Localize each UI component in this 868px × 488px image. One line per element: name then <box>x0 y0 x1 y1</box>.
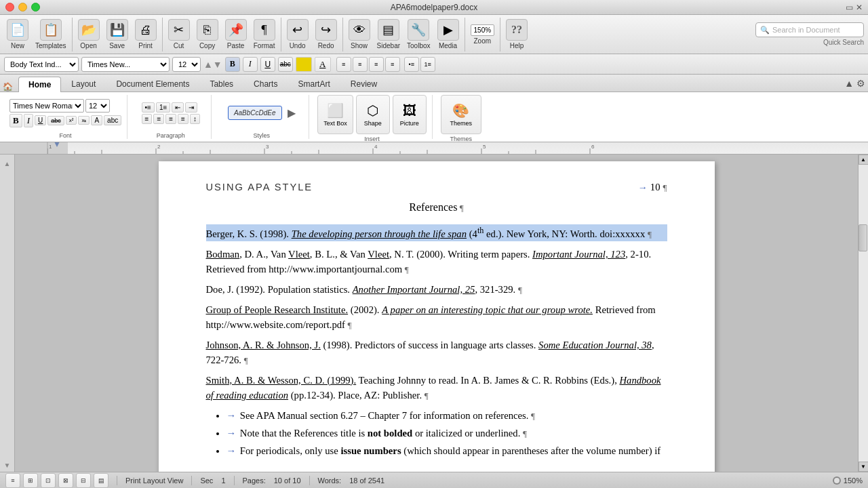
align-left-button[interactable]: ≡ <box>336 57 351 72</box>
reference-smith: Smith, A. B. & Wesson, C. D. (1999). Tea… <box>206 373 667 403</box>
ribbon-underline-button[interactable]: U <box>35 115 46 125</box>
document-area[interactable]: USING APA STYLE → 10 ¶ References ¶ Berg… <box>15 155 858 472</box>
ribbon-styles-section: AaBbCcDdEe ▶ Styles <box>214 95 309 139</box>
emphasis-style-box[interactable]: AaBbCcDdEe <box>228 106 282 120</box>
ribbon-fontsize-selector[interactable]: 12 <box>85 99 110 113</box>
svg-text:2: 2 <box>157 144 161 150</box>
tab-smartart[interactable]: SmartArt <box>288 76 340 92</box>
ribbon-align-right-button[interactable]: ≡ <box>165 114 176 124</box>
italic-button[interactable]: I <box>243 57 258 72</box>
ribbon-superscript-button[interactable]: x² <box>66 116 77 125</box>
tab-home[interactable]: Home <box>18 77 61 92</box>
ribbon-highlight-button[interactable]: abc <box>104 115 121 125</box>
text-box-label: Text Box <box>323 120 347 127</box>
ribbon-indent-increase-button[interactable]: ⇥ <box>185 102 197 113</box>
templates-button[interactable] <box>40 19 62 41</box>
view-btn-3[interactable]: ⊡ <box>41 473 56 488</box>
align-right-button[interactable]: ≡ <box>369 57 384 72</box>
view-btn-2[interactable]: ⊞ <box>23 473 38 488</box>
zoom-indicator[interactable] <box>833 476 841 485</box>
new-button[interactable] <box>7 19 28 41</box>
ribbon-italic-button[interactable]: I <box>24 114 33 127</box>
font-color-button[interactable] <box>296 57 312 72</box>
open-button[interactable] <box>78 19 100 41</box>
scroll-track[interactable] <box>859 165 868 462</box>
tab-review[interactable]: Review <box>340 76 387 92</box>
para-mark-title: ¶ <box>460 203 464 213</box>
left-scroll-up[interactable]: ▲ <box>4 160 11 167</box>
search-bar[interactable]: 🔍 Search in Document <box>755 22 864 37</box>
scroll-thumb[interactable] <box>859 224 867 251</box>
cut-button[interactable] <box>168 19 190 41</box>
maximize-button[interactable] <box>31 3 40 12</box>
ribbon-line-spacing-button[interactable]: ↕ <box>190 114 200 124</box>
sidebar-toggle-button[interactable] <box>378 19 399 41</box>
paragraph-section-label: Paragraph <box>157 131 185 139</box>
format-button[interactable] <box>254 19 275 41</box>
styles-play-button[interactable]: ▶ <box>288 106 296 119</box>
ribbon-font-selector[interactable]: Times New Roman <box>9 99 84 113</box>
view-btn-6[interactable]: ▤ <box>94 473 108 488</box>
ribbon-subscript-button[interactable]: x₂ <box>78 116 90 125</box>
ribbon-justify-button[interactable]: ≡ <box>178 114 189 124</box>
save-label: Save <box>109 42 125 49</box>
show-button[interactable] <box>349 19 370 41</box>
media-button[interactable] <box>437 19 459 41</box>
tab-document-elements[interactable]: Document Elements <box>106 76 199 92</box>
view-btn-4[interactable]: ⊠ <box>58 473 73 488</box>
print-button[interactable] <box>135 19 157 41</box>
scroll-up-button[interactable]: ▲ <box>859 155 869 165</box>
tab-tables[interactable]: Tables <box>199 76 243 92</box>
ribbon-indent-decrease-button[interactable]: ⇤ <box>172 102 184 113</box>
bullet-list-button[interactable]: •≡ <box>404 57 419 72</box>
view-btn-5[interactable]: ⊟ <box>76 473 91 488</box>
alignment-buttons: ≡ ≡ ≡ ≡ <box>336 57 400 72</box>
font-selector[interactable]: Times New... <box>81 57 170 72</box>
ribbon-bold-button[interactable]: B <box>9 114 22 127</box>
ribbon-text-color-button[interactable]: A <box>91 115 102 125</box>
bold-button[interactable]: B <box>225 57 240 72</box>
text-box-button[interactable]: ⬜ Text Box <box>317 95 353 134</box>
zoom-value[interactable]: 150% <box>471 24 495 36</box>
svg-text:1: 1 <box>49 144 52 150</box>
paste-group: Paste <box>222 18 250 51</box>
ribbon-settings-button[interactable]: ⚙ <box>856 78 865 89</box>
tab-layout[interactable]: Layout <box>61 76 106 92</box>
save-button[interactable] <box>106 19 128 41</box>
ribbon-numbering-button[interactable]: 1≡ <box>156 102 170 113</box>
paste-button[interactable] <box>225 19 247 41</box>
minimize-button[interactable] <box>18 3 27 12</box>
align-center-button[interactable]: ≡ <box>353 57 368 72</box>
status-separator-3 <box>234 476 235 485</box>
scroll-down-button[interactable]: ▼ <box>859 462 869 472</box>
ribbon-collapse-button[interactable]: ▲ <box>844 78 854 89</box>
toolbar-separator-2 <box>162 18 163 52</box>
view-btn-1[interactable]: ≡ <box>5 473 20 488</box>
close-button[interactable] <box>5 3 14 12</box>
highlight-button[interactable]: A <box>315 57 331 72</box>
undo-button[interactable] <box>287 19 309 41</box>
underline-button[interactable]: U <box>260 57 275 72</box>
left-scroll-down[interactable]: ▼ <box>4 462 11 469</box>
picture-button[interactable]: 🖼 Picture <box>393 95 427 134</box>
tab-charts[interactable]: Charts <box>243 76 288 92</box>
redo-button[interactable] <box>315 19 337 41</box>
ribbon-align-left-button[interactable]: ≡ <box>142 114 153 124</box>
ribbon-align-center-button[interactable]: ≡ <box>153 114 164 124</box>
strikethrough-button[interactable]: abc <box>278 57 293 72</box>
font-size-selector[interactable]: 12 <box>172 57 201 72</box>
bullet-item-2: → Note that the References title is not … <box>226 426 667 441</box>
numbered-list-button[interactable]: 1≡ <box>420 57 435 72</box>
themes-button[interactable]: 🎨 Themes <box>441 95 481 134</box>
reference-group: Group of People Research Institute. (200… <box>206 302 667 332</box>
toolbox-button[interactable] <box>408 19 429 41</box>
style-selector[interactable]: Body Text Ind... <box>4 57 79 72</box>
help-button[interactable]: ? <box>506 19 528 41</box>
size-stepper[interactable]: ▲▼ <box>203 59 222 70</box>
copy-button[interactable] <box>197 19 218 41</box>
justify-button[interactable]: ≡ <box>385 57 400 72</box>
redo-label: Redo <box>318 42 334 49</box>
shape-button[interactable]: ⬡ Shape <box>356 95 390 134</box>
ribbon-bullets-button[interactable]: •≡ <box>142 102 155 113</box>
ribbon-strikethrough-button[interactable]: abc <box>47 116 64 125</box>
